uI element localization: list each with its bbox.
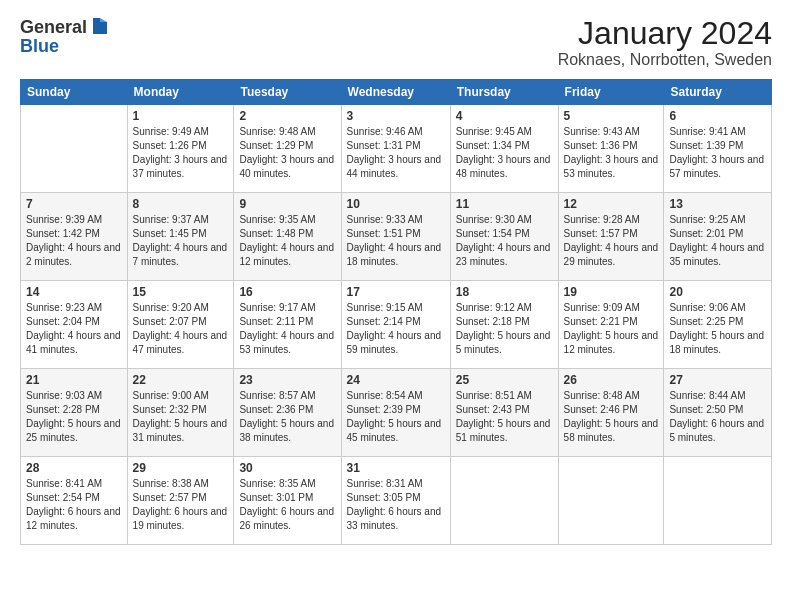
day-info: Sunrise: 8:41 AMSunset: 2:54 PMDaylight:… [26, 477, 122, 533]
logo-general-text: General [20, 17, 87, 38]
weekday-header-sunday: Sunday [21, 80, 128, 105]
day-info: Sunrise: 8:38 AMSunset: 2:57 PMDaylight:… [133, 477, 229, 533]
day-info: Sunrise: 8:35 AMSunset: 3:01 PMDaylight:… [239, 477, 335, 533]
calendar-cell: 22Sunrise: 9:00 AMSunset: 2:32 PMDayligh… [127, 369, 234, 457]
calendar-cell: 21Sunrise: 9:03 AMSunset: 2:28 PMDayligh… [21, 369, 128, 457]
day-number: 24 [347, 373, 445, 387]
weekday-header-saturday: Saturday [664, 80, 772, 105]
day-info: Sunrise: 9:20 AMSunset: 2:07 PMDaylight:… [133, 301, 229, 357]
day-number: 25 [456, 373, 553, 387]
day-info: Sunrise: 9:49 AMSunset: 1:26 PMDaylight:… [133, 125, 229, 181]
day-number: 23 [239, 373, 335, 387]
day-info: Sunrise: 9:41 AMSunset: 1:39 PMDaylight:… [669, 125, 766, 181]
weekday-header-friday: Friday [558, 80, 664, 105]
day-number: 26 [564, 373, 659, 387]
day-info: Sunrise: 9:00 AMSunset: 2:32 PMDaylight:… [133, 389, 229, 445]
day-info: Sunrise: 9:45 AMSunset: 1:34 PMDaylight:… [456, 125, 553, 181]
day-number: 20 [669, 285, 766, 299]
day-number: 21 [26, 373, 122, 387]
day-number: 6 [669, 109, 766, 123]
day-info: Sunrise: 9:12 AMSunset: 2:18 PMDaylight:… [456, 301, 553, 357]
day-info: Sunrise: 8:31 AMSunset: 3:05 PMDaylight:… [347, 477, 445, 533]
calendar-cell: 24Sunrise: 8:54 AMSunset: 2:39 PMDayligh… [341, 369, 450, 457]
calendar-cell [558, 457, 664, 545]
calendar-page: General Blue January 2024 Roknaes, Norrb… [0, 0, 792, 612]
calendar-cell: 9Sunrise: 9:35 AMSunset: 1:48 PMDaylight… [234, 193, 341, 281]
calendar-cell: 25Sunrise: 8:51 AMSunset: 2:43 PMDayligh… [450, 369, 558, 457]
week-row-3: 14Sunrise: 9:23 AMSunset: 2:04 PMDayligh… [21, 281, 772, 369]
week-row-5: 28Sunrise: 8:41 AMSunset: 2:54 PMDayligh… [21, 457, 772, 545]
calendar-cell: 2Sunrise: 9:48 AMSunset: 1:29 PMDaylight… [234, 105, 341, 193]
weekday-header-tuesday: Tuesday [234, 80, 341, 105]
day-info: Sunrise: 9:39 AMSunset: 1:42 PMDaylight:… [26, 213, 122, 269]
day-info: Sunrise: 9:28 AMSunset: 1:57 PMDaylight:… [564, 213, 659, 269]
weekday-header-thursday: Thursday [450, 80, 558, 105]
day-info: Sunrise: 9:43 AMSunset: 1:36 PMDaylight:… [564, 125, 659, 181]
day-number: 11 [456, 197, 553, 211]
day-info: Sunrise: 9:06 AMSunset: 2:25 PMDaylight:… [669, 301, 766, 357]
day-info: Sunrise: 8:48 AMSunset: 2:46 PMDaylight:… [564, 389, 659, 445]
calendar-cell: 14Sunrise: 9:23 AMSunset: 2:04 PMDayligh… [21, 281, 128, 369]
calendar-cell: 26Sunrise: 8:48 AMSunset: 2:46 PMDayligh… [558, 369, 664, 457]
calendar-cell: 19Sunrise: 9:09 AMSunset: 2:21 PMDayligh… [558, 281, 664, 369]
day-number: 3 [347, 109, 445, 123]
day-number: 15 [133, 285, 229, 299]
day-info: Sunrise: 9:23 AMSunset: 2:04 PMDaylight:… [26, 301, 122, 357]
day-info: Sunrise: 8:44 AMSunset: 2:50 PMDaylight:… [669, 389, 766, 445]
header: General Blue January 2024 Roknaes, Norrb… [20, 16, 772, 69]
day-number: 12 [564, 197, 659, 211]
calendar-cell: 31Sunrise: 8:31 AMSunset: 3:05 PMDayligh… [341, 457, 450, 545]
day-number: 4 [456, 109, 553, 123]
day-info: Sunrise: 9:17 AMSunset: 2:11 PMDaylight:… [239, 301, 335, 357]
weekday-header-monday: Monday [127, 80, 234, 105]
day-number: 8 [133, 197, 229, 211]
calendar-cell: 8Sunrise: 9:37 AMSunset: 1:45 PMDaylight… [127, 193, 234, 281]
day-info: Sunrise: 8:54 AMSunset: 2:39 PMDaylight:… [347, 389, 445, 445]
day-info: Sunrise: 9:15 AMSunset: 2:14 PMDaylight:… [347, 301, 445, 357]
day-info: Sunrise: 8:51 AMSunset: 2:43 PMDaylight:… [456, 389, 553, 445]
calendar-cell: 13Sunrise: 9:25 AMSunset: 2:01 PMDayligh… [664, 193, 772, 281]
day-info: Sunrise: 9:30 AMSunset: 1:54 PMDaylight:… [456, 213, 553, 269]
calendar-cell: 7Sunrise: 9:39 AMSunset: 1:42 PMDaylight… [21, 193, 128, 281]
day-info: Sunrise: 8:57 AMSunset: 2:36 PMDaylight:… [239, 389, 335, 445]
calendar-table: SundayMondayTuesdayWednesdayThursdayFrid… [20, 79, 772, 545]
day-number: 10 [347, 197, 445, 211]
calendar-cell: 4Sunrise: 9:45 AMSunset: 1:34 PMDaylight… [450, 105, 558, 193]
calendar-cell: 15Sunrise: 9:20 AMSunset: 2:07 PMDayligh… [127, 281, 234, 369]
day-number: 30 [239, 461, 335, 475]
logo-blue-text: Blue [20, 36, 111, 57]
day-number: 18 [456, 285, 553, 299]
weekday-header-row: SundayMondayTuesdayWednesdayThursdayFrid… [21, 80, 772, 105]
calendar-cell: 17Sunrise: 9:15 AMSunset: 2:14 PMDayligh… [341, 281, 450, 369]
calendar-cell: 20Sunrise: 9:06 AMSunset: 2:25 PMDayligh… [664, 281, 772, 369]
svg-marker-1 [100, 18, 107, 22]
location-title: Roknaes, Norrbotten, Sweden [558, 51, 772, 69]
calendar-cell [450, 457, 558, 545]
calendar-cell: 23Sunrise: 8:57 AMSunset: 2:36 PMDayligh… [234, 369, 341, 457]
week-row-1: 1Sunrise: 9:49 AMSunset: 1:26 PMDaylight… [21, 105, 772, 193]
day-number: 29 [133, 461, 229, 475]
day-number: 27 [669, 373, 766, 387]
day-info: Sunrise: 9:48 AMSunset: 1:29 PMDaylight:… [239, 125, 335, 181]
day-info: Sunrise: 9:35 AMSunset: 1:48 PMDaylight:… [239, 213, 335, 269]
month-title: January 2024 [558, 16, 772, 51]
day-number: 31 [347, 461, 445, 475]
day-number: 16 [239, 285, 335, 299]
day-number: 5 [564, 109, 659, 123]
day-info: Sunrise: 9:33 AMSunset: 1:51 PMDaylight:… [347, 213, 445, 269]
day-info: Sunrise: 9:25 AMSunset: 2:01 PMDaylight:… [669, 213, 766, 269]
calendar-cell: 29Sunrise: 8:38 AMSunset: 2:57 PMDayligh… [127, 457, 234, 545]
calendar-cell: 3Sunrise: 9:46 AMSunset: 1:31 PMDaylight… [341, 105, 450, 193]
calendar-cell: 11Sunrise: 9:30 AMSunset: 1:54 PMDayligh… [450, 193, 558, 281]
calendar-cell: 10Sunrise: 9:33 AMSunset: 1:51 PMDayligh… [341, 193, 450, 281]
calendar-cell: 16Sunrise: 9:17 AMSunset: 2:11 PMDayligh… [234, 281, 341, 369]
weekday-header-wednesday: Wednesday [341, 80, 450, 105]
calendar-cell: 18Sunrise: 9:12 AMSunset: 2:18 PMDayligh… [450, 281, 558, 369]
day-number: 2 [239, 109, 335, 123]
day-info: Sunrise: 9:09 AMSunset: 2:21 PMDaylight:… [564, 301, 659, 357]
calendar-cell: 27Sunrise: 8:44 AMSunset: 2:50 PMDayligh… [664, 369, 772, 457]
calendar-cell: 28Sunrise: 8:41 AMSunset: 2:54 PMDayligh… [21, 457, 128, 545]
week-row-2: 7Sunrise: 9:39 AMSunset: 1:42 PMDaylight… [21, 193, 772, 281]
logo: General Blue [20, 16, 111, 57]
day-number: 17 [347, 285, 445, 299]
